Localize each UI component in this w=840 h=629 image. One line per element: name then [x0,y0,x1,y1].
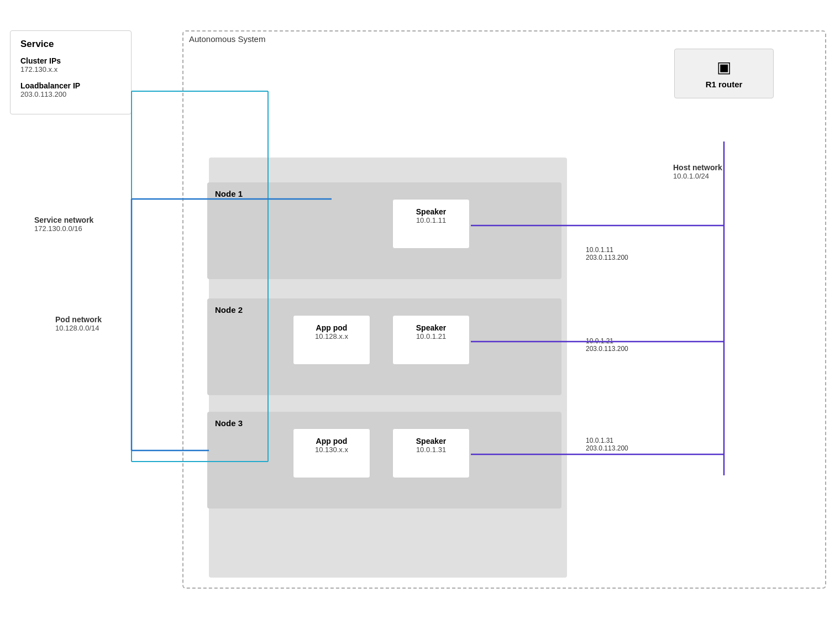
service-box: Service Cluster IPs 172.130.x.x Loadbala… [10,30,132,114]
host-network-title: Host network [673,163,722,172]
bgp-n1-ip2: 203.0.113.200 [586,254,628,261]
service-network-title: Service network [34,216,93,224]
diagram: Service Cluster IPs 172.130.x.x Loadbala… [0,0,840,629]
bgp-n1-ip1: 10.0.1.11 [586,246,628,254]
node-1-title: Node 1 [215,189,243,198]
bgp-n2-ip2: 203.0.113.200 [586,345,628,353]
bgp-label-node-3: 10.0.1.31 203.0.113.200 [586,437,628,452]
pod-network-label: Pod network 10.128.0.0/14 [55,315,102,332]
speaker-node-2: Speaker 10.0.1.21 [392,315,470,365]
app-pod-n2-ip: 10.128.x.x [299,332,364,340]
speaker-n3-label: Speaker [398,437,464,445]
node-2-title: Node 2 [215,305,243,314]
loadbalancer-item: Loadbalancer IP 203.0.113.200 [20,81,121,98]
router-icon: ▣ [684,58,764,76]
bgp-label-node-1: 10.0.1.11 203.0.113.200 [586,246,628,261]
pod-network-title: Pod network [55,315,102,324]
bgp-n2-ip1: 10.0.1.21 [586,337,628,345]
node-3-title: Node 3 [215,418,243,428]
cluster-ips-item: Cluster IPs 172.130.x.x [20,56,121,74]
app-pod-n3-ip: 10.130.x.x [299,445,364,454]
speaker-n2-label: Speaker [398,323,464,332]
cluster-ips-value: 172.130.x.x [20,65,121,74]
speaker-n1-label: Speaker [398,207,464,216]
service-network-label: Service network 172.130.0.0/16 [34,216,93,233]
autonomous-system-label: Autonomous System [189,34,265,44]
app-pod-node-3: App pod 10.130.x.x [293,428,370,478]
host-network-subnet: 10.0.1.0/24 [673,172,722,180]
bgp-n3-ip1: 10.0.1.31 [586,437,628,444]
router-label: R1 router [684,80,764,89]
speaker-node-3: Speaker 10.0.1.31 [392,428,470,478]
bgp-n3-ip2: 203.0.113.200 [586,444,628,452]
service-title: Service [20,39,121,50]
app-pod-node-2: App pod 10.128.x.x [293,315,370,365]
node-1-row: Node 1 Speaker 10.0.1.11 [207,182,561,279]
app-pod-n2-label: App pod [299,323,364,332]
app-pod-n3-label: App pod [299,437,364,445]
speaker-n1-ip: 10.0.1.11 [398,216,464,224]
node-2-row: Node 2 App pod 10.128.x.x Speaker 10.0.1… [207,298,561,395]
host-network-label: Host network 10.0.1.0/24 [673,163,722,180]
service-network-subnet: 172.130.0.0/16 [34,224,93,233]
loadbalancer-label: Loadbalancer IP [20,81,121,90]
pod-network-subnet: 10.128.0.0/14 [55,324,102,332]
loadbalancer-value: 203.0.113.200 [20,90,121,98]
speaker-n2-ip: 10.0.1.21 [398,332,464,340]
node-3-row: Node 3 App pod 10.130.x.x Speaker 10.0.1… [207,412,561,509]
speaker-node-1: Speaker 10.0.1.11 [392,199,470,249]
cluster-ips-label: Cluster IPs [20,56,121,65]
speaker-n3-ip: 10.0.1.31 [398,445,464,454]
bgp-label-node-2: 10.0.1.21 203.0.113.200 [586,337,628,353]
router-box: ▣ R1 router [674,49,774,98]
